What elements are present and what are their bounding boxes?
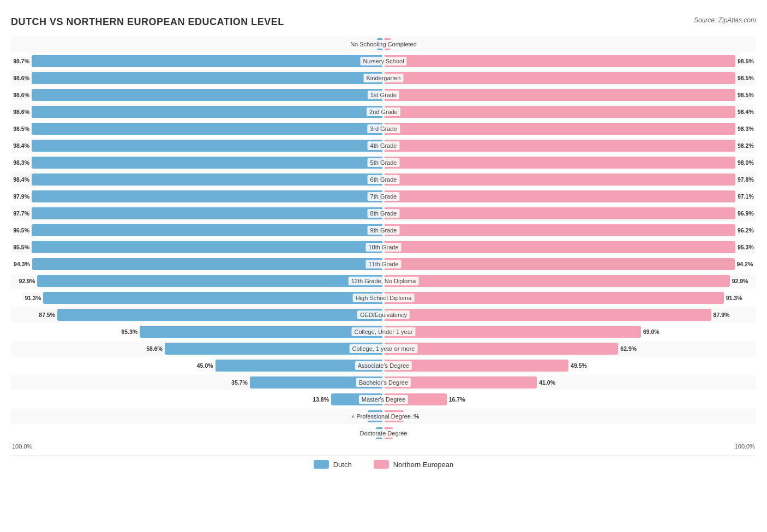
legend-ne-label: Northern European — [393, 461, 454, 469]
val-dutch: 1.4% — [356, 41, 375, 47]
left-section: 58.6% — [11, 343, 384, 355]
right-section: 1.6% — [384, 38, 756, 50]
right-section: 91.3% — [384, 292, 756, 304]
chart-header: DUTCH VS NORTHERN EUROPEAN EDUCATION LEV… — [11, 16, 756, 28]
bar-ne — [385, 292, 724, 304]
val-dutch: 4.0% — [347, 413, 365, 420]
bar-dutch — [165, 343, 382, 355]
left-section: 4.0% — [11, 410, 384, 422]
val-dutch: 96.5% — [11, 227, 29, 234]
val-ne: 97.8% — [738, 176, 756, 183]
bar-ne — [385, 106, 735, 118]
val-dutch: 98.6% — [11, 92, 29, 98]
left-section: 94.3% — [11, 258, 384, 270]
bar-ne — [385, 157, 735, 169]
bar-row: 96.5%9th Grade96.2% — [11, 223, 756, 238]
right-section: 16.7% — [384, 393, 756, 405]
left-section: 98.4% — [11, 140, 384, 152]
bar-dutch — [376, 427, 382, 439]
bar-ne — [385, 258, 735, 270]
chart-source: Source: ZipAtlas.com — [694, 16, 756, 24]
val-ne: 41.0% — [539, 379, 558, 386]
bar-dutch — [368, 410, 382, 422]
bar-dutch — [32, 157, 382, 169]
bar-dutch — [215, 360, 382, 372]
val-ne: 5.2% — [406, 413, 424, 420]
left-section: 91.3% — [11, 292, 384, 304]
val-ne: 62.9% — [620, 345, 639, 352]
right-section: 95.3% — [384, 241, 756, 253]
left-section: 97.9% — [11, 190, 384, 202]
bar-row: 97.9%7th Grade97.1% — [11, 189, 756, 204]
bar-dutch — [57, 309, 382, 321]
val-dutch: 91.3% — [22, 295, 41, 301]
axis-left: 100.0% — [12, 443, 32, 450]
val-dutch: 95.5% — [11, 244, 29, 250]
val-ne: 49.5% — [571, 362, 589, 369]
bar-row: 98.4%4th Grade98.2% — [11, 138, 756, 153]
bar-row: 91.3%High School Diploma91.3% — [11, 290, 756, 306]
right-section: 98.5% — [384, 72, 756, 84]
bar-row: 94.3%11th Grade94.2% — [11, 256, 756, 272]
bar-dutch — [331, 393, 382, 405]
right-section: 49.5% — [384, 360, 756, 372]
left-section: 1.8% — [11, 427, 384, 439]
val-dutch: 98.6% — [11, 109, 29, 115]
val-ne: 98.5% — [738, 75, 756, 81]
right-section: 98.5% — [384, 89, 756, 101]
left-section: 13.8% — [11, 393, 384, 405]
bar-dutch — [32, 55, 382, 67]
left-section: 98.7% — [11, 55, 384, 67]
bar-dutch — [140, 326, 382, 338]
val-dutch: 97.9% — [11, 193, 29, 200]
val-dutch: 58.6% — [144, 345, 163, 352]
bar-dutch — [32, 106, 382, 118]
bar-row: 45.0%Associate's Degree49.5% — [11, 358, 756, 373]
bar-ne — [385, 241, 735, 253]
bar-row: 98.6%2nd Grade98.4% — [11, 104, 756, 119]
bar-dutch — [32, 174, 382, 186]
val-dutch: 98.3% — [11, 159, 29, 166]
bar-dutch — [250, 376, 382, 388]
val-dutch: 13.8% — [310, 396, 329, 403]
bar-dutch — [377, 38, 382, 50]
val-dutch: 35.7% — [229, 379, 248, 386]
bar-row: 87.5%GED/Equivalency87.9% — [11, 307, 756, 322]
bar-dutch — [32, 224, 382, 236]
val-ne: 69.0% — [643, 328, 662, 335]
left-section: 98.3% — [11, 157, 384, 169]
bar-dutch — [32, 207, 382, 219]
val-dutch: 98.7% — [11, 58, 29, 64]
val-dutch: 98.5% — [11, 125, 29, 132]
bar-row: 13.8%Master's Degree16.7% — [11, 392, 756, 407]
bar-row: 98.3%5th Grade98.0% — [11, 155, 756, 170]
right-section: 97.8% — [384, 174, 756, 186]
left-section: 65.3% — [11, 326, 384, 338]
left-section: 1.4% — [11, 38, 384, 50]
val-ne: 97.1% — [738, 193, 756, 200]
right-section: 41.0% — [384, 376, 756, 388]
right-section: 98.5% — [384, 55, 756, 67]
bar-ne — [385, 343, 618, 355]
val-ne: 96.9% — [738, 210, 756, 217]
left-section: 96.5% — [11, 224, 384, 236]
bar-ne — [385, 275, 730, 287]
bar-row: 35.7%Bachelor's Degree41.0% — [11, 375, 756, 390]
bar-dutch — [32, 72, 382, 84]
bar-ne — [385, 360, 568, 372]
bar-dutch — [32, 89, 382, 101]
val-ne: 98.5% — [738, 58, 756, 64]
bar-row: 95.5%10th Grade95.3% — [11, 240, 756, 255]
bar-dutch — [32, 140, 382, 152]
bar-ne — [385, 376, 537, 388]
bar-dutch — [32, 241, 382, 253]
bar-row: 58.6%College, 1 year or more62.9% — [11, 341, 756, 356]
bar-row: 1.8%Doctorate Degree2.2% — [11, 426, 756, 441]
bar-ne — [385, 410, 404, 422]
val-dutch: 65.3% — [119, 328, 137, 335]
val-ne: 1.6% — [393, 41, 411, 47]
left-section: 98.5% — [11, 123, 384, 135]
bar-ne — [385, 123, 735, 135]
val-ne: 92.9% — [732, 278, 751, 284]
left-section: 97.7% — [11, 207, 384, 219]
